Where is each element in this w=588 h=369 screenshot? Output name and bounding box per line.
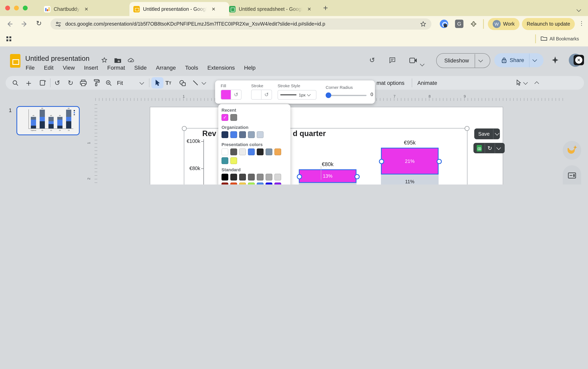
color-swatch[interactable] [221,148,228,155]
color-swatch[interactable] [239,183,246,184]
color-swatch[interactable] [230,114,237,121]
color-swatch[interactable] [221,131,228,138]
y-axis-line [203,139,204,184]
color-swatch[interactable] [230,183,237,184]
color-swatch[interactable] [257,183,263,184]
save-label: Save [478,131,490,137]
linked-chart-chevron-icon[interactable] [496,145,501,150]
recording-stop-overlay[interactable]: ✕ [574,55,584,65]
sheets-link-icon[interactable] [477,145,482,151]
stroke-style-chevron-icon [307,92,311,96]
save-button[interactable]: Save [474,128,500,139]
segment-resize-handle[interactable] [354,174,359,179]
recent-label: Recent [221,108,236,113]
y-axis-tick [201,141,203,142]
color-swatch[interactable] [221,157,228,164]
stroke-width-value: 1px [299,92,306,97]
chart-segment-e-q2[interactable]: 25% [299,183,357,184]
stroke-label: Stroke [251,83,263,88]
divider [321,166,321,180]
standard-swatches-row [221,183,289,184]
corner-radius-slider-track[interactable] [326,95,367,96]
color-swatch[interactable] [230,131,237,138]
shape-format-panel: Fill ↺ Stroke ↺ Stroke Style 1px Corner … [215,81,375,104]
standard-label: Standard [221,167,241,172]
line-preview [280,94,296,95]
color-swatch[interactable] [239,148,246,155]
color-swatch[interactable] [257,131,263,138]
stroke-color-button[interactable] [251,90,262,100]
linked-chart-toolbar: ↻ [473,143,505,153]
color-swatch[interactable] [239,131,246,138]
color-swatch[interactable] [266,174,272,181]
fill-color-button[interactable] [221,90,231,100]
refresh-chart-icon[interactable]: ↻ [487,145,492,151]
color-swatch[interactable] [248,174,255,181]
chart-segment-e-q3[interactable]: 11% [381,175,439,184]
y-axis-tick [201,168,203,169]
organization-label: Organization [221,125,248,130]
fill-label: Fill [221,83,226,88]
bar-total-label: €80k [299,161,357,167]
color-swatch[interactable] [230,148,237,155]
color-swatch[interactable] [239,174,246,181]
y-axis-tick-label: €100k [178,138,200,144]
color-swatch[interactable] [248,131,255,138]
recent-swatches [221,114,289,121]
color-swatch[interactable] [274,148,281,155]
chart-title-fragment: d quarter [293,129,326,138]
corner-radius-label: Corner Radius [326,85,353,90]
corner-radius-value: 0 [370,92,373,97]
segment-resize-handle[interactable] [297,174,302,179]
color-swatch[interactable] [274,174,281,181]
chart-segment-f-q2[interactable]: 13% [299,169,357,183]
color-swatch[interactable] [274,183,281,184]
fill-color-picker: Recent Organization Presentation colors … [218,104,290,184]
bar-total-label: €95k [381,140,439,146]
save-chevron-icon[interactable] [495,131,499,136]
close-icon[interactable]: ✕ [575,56,582,64]
color-swatch[interactable] [266,148,272,155]
color-swatch[interactable] [230,157,237,164]
color-swatch[interactable] [248,183,255,184]
stroke-reset-icon[interactable]: ↺ [262,90,272,100]
presentation-swatches [221,148,289,164]
color-swatch[interactable] [230,174,237,181]
chart-title-fragment: Rev [202,129,216,138]
color-swatch[interactable] [266,183,272,184]
color-swatch[interactable] [221,183,228,184]
color-swatch[interactable] [257,148,263,155]
corner-radius-slider-knob[interactable] [326,92,331,98]
fill-reset-icon[interactable]: ↺ [231,90,242,100]
color-swatch[interactable] [221,174,228,181]
stroke-style-select[interactable]: 1px [278,90,316,100]
color-swatch[interactable] [257,174,263,181]
chart-segment-f-q3[interactable]: 21% [381,148,439,175]
stroke-style-label: Stroke Style [278,83,300,88]
organization-swatches [221,131,289,138]
segment-resize-handle[interactable] [379,159,384,164]
y-axis-tick-label: €80k [178,166,200,171]
color-swatch[interactable] [248,148,255,155]
screen: Chartbuddy ✕ Untitled presentation - Goo… [0,0,588,184]
presentation-colors-label: Presentation colors [221,142,262,147]
color-swatch[interactable] [221,114,228,121]
